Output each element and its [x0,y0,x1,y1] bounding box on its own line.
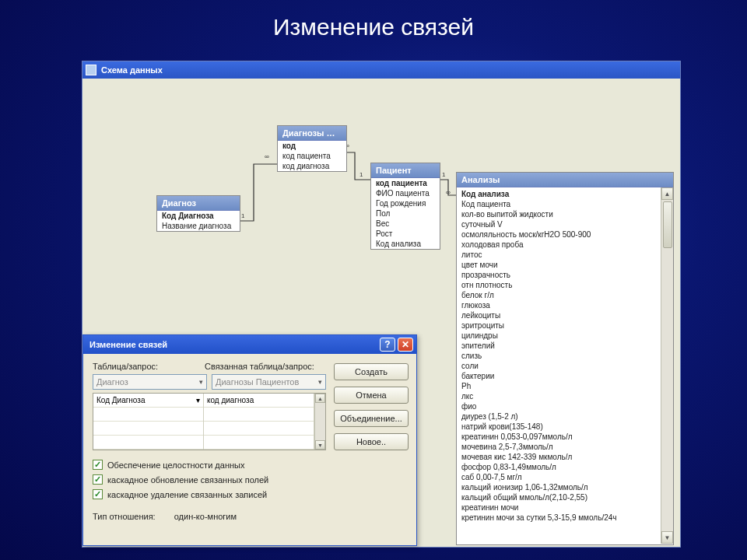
scroll-thumb[interactable] [663,201,672,248]
table-row[interactable]: Рост [371,229,440,239]
table-patient[interactable]: Пациент код пациента ФИО пациента Год ро… [370,163,440,250]
schema-titlebar[interactable]: Схема данных [82,61,680,79]
grid-cell-left[interactable]: Код Диагноза ▾ [93,394,203,408]
checkbox-cascade-delete[interactable]: ✓ [93,489,103,499]
table-row[interactable]: натрий крови(135-148) [457,422,661,432]
close-button[interactable]: ✕ [398,338,413,352]
table-diagnoz[interactable]: Диагноз Код Диагноза Название диагноза [156,195,240,232]
combo-table-value: Диагноз [96,377,128,387]
table-row[interactable]: Код пациента [457,199,661,209]
table-row[interactable]: фио [457,401,661,411]
card-inf: ∞ [265,153,269,160]
table-row[interactable]: саб 0,00-7,5 мг/л [457,472,661,482]
scroll-up-button[interactable]: ▲ [661,187,673,200]
table-row[interactable]: слизь [457,351,661,361]
table-row[interactable]: код [278,141,346,151]
table-row[interactable]: код диагноза [278,161,346,171]
table-row[interactable]: кретинин мочи за сутки 5,3-15,9 ммоль/24… [457,513,661,523]
table-row[interactable]: осмоляльность моск/кгH2O 500-900 [457,229,661,240]
combo-related-table[interactable]: Диагнозы Пациентов ▾ [212,374,326,390]
table-row[interactable]: лейкоциты [457,310,661,320]
table-analyzes[interactable]: Анализы Код анализаКод пациентакол-во вы… [456,172,674,545]
table-row[interactable]: Год рождения [371,198,440,208]
grid-cell[interactable] [93,422,203,436]
table-row[interactable]: диурез (1,5-2 л) [457,411,661,422]
grid-cell-right[interactable]: код диагноза [204,394,314,408]
card-1: 1 [241,212,244,219]
label-related-table: Связанная таблица/запрос: [205,362,314,371]
table-row[interactable]: цилиндры [457,331,661,341]
table-row[interactable]: Пол [371,208,440,219]
table-row[interactable]: ФИО пациента [371,188,440,198]
table-patient-title[interactable]: Пациент [371,163,440,178]
table-row[interactable]: фосфор 0,83-1,49ммоль/л [457,462,661,472]
join-button[interactable]: Объединение... [334,410,409,427]
combo-related-value: Диагнозы Пациентов [216,377,299,387]
table-row[interactable]: лкс [457,391,661,401]
scrollbar[interactable]: ▲ ▼ [661,187,673,544]
scroll-up-button[interactable]: ▲ [315,394,325,403]
table-row[interactable]: бактерии [457,371,661,381]
grid-scrollbar[interactable]: ▲ ▼ [314,394,325,450]
table-diagnozy-title[interactable]: Диагнозы … [278,126,346,141]
edit-relationships-dialog: Изменение связей ? ✕ Таблица/запрос: Свя… [82,334,417,546]
grid-cell[interactable] [93,436,203,450]
table-row[interactable]: суточный V [457,219,661,229]
slide-title: Изменение связей [0,0,747,47]
card-1-2: 1 [359,171,363,178]
table-analyzes-title[interactable]: Анализы [457,173,673,187]
grid-cell[interactable] [93,408,203,422]
grid-cell[interactable] [204,422,314,436]
table-row[interactable]: белок г/л [457,290,661,300]
card-1-3: 1 [442,171,445,178]
table-row[interactable]: Ph [457,381,661,391]
combo-table[interactable]: Диагноз ▾ [93,374,207,390]
checkbox-integrity[interactable]: ✓ [93,460,103,470]
table-row[interactable]: эритроциты [457,320,661,331]
field-mapping-grid[interactable]: Код Диагноза ▾ код диагноза ▲ [93,393,326,450]
check-label-integrity: Обеспечение целостности данных [107,460,244,470]
card-inf-3: ∞ [446,189,451,196]
label-table: Таблица/запрос: [93,362,198,371]
table-diagnoz-title[interactable]: Диагноз [157,196,240,211]
table-row[interactable]: прозрачность [457,270,661,280]
table-row[interactable]: кол-во выпитой жидкости [457,209,661,219]
table-row[interactable]: Код анализа [371,239,440,249]
dialog-titlebar[interactable]: Изменение связей ? ✕ [83,335,416,354]
table-row[interactable]: креатинин мочи [457,502,661,513]
table-row[interactable]: литос [457,250,661,260]
create-button[interactable]: Создать [334,363,409,380]
checkbox-cascade-update[interactable]: ✓ [93,474,103,485]
scroll-down-button[interactable]: ▼ [315,440,325,450]
table-row[interactable]: креатинин 0,053-0,097ммоль/л [457,432,661,442]
table-row[interactable]: Код Диагноза [157,211,240,221]
chevron-down-icon: ▾ [196,396,200,404]
grid-cell[interactable] [204,408,314,422]
table-row[interactable]: цвет мочи [457,260,661,270]
analyzes-field-list[interactable]: Код анализаКод пациентакол-во выпитой жи… [457,187,661,544]
grid-cell[interactable] [204,436,314,450]
new-button[interactable]: Новое.. [334,433,409,450]
table-row[interactable]: Код анализа [457,189,661,199]
table-row[interactable]: мочевина 2,5-7,3ммоль/л [457,442,661,452]
table-row[interactable]: глюкоза [457,300,661,310]
scroll-down-button[interactable]: ▼ [661,531,673,544]
dialog-title: Изменение связей [89,340,167,349]
reltype-value: один-ко-многим [174,512,237,521]
table-row[interactable]: кальций ионизир 1,06-1,32ммоль/л [457,482,661,492]
table-row[interactable]: код пациента [371,178,440,188]
table-row[interactable]: Название диагноза [157,221,240,231]
cancel-button[interactable]: Отмена [334,387,409,404]
table-row[interactable]: эпителий [457,341,661,351]
table-row[interactable]: мочевая кис 142-339 мкмоль/л [457,452,661,462]
table-diagnozy[interactable]: Диагнозы … код код пациента код диагноза [277,125,347,172]
table-row[interactable]: холодовая проба [457,240,661,250]
table-row[interactable]: Вес [371,219,440,229]
app-icon [86,65,96,75]
help-button[interactable]: ? [380,338,395,352]
table-row[interactable]: отн плотность [457,280,661,290]
grid-cell-text: Код Диагноза [96,396,145,404]
table-row[interactable]: соли [457,361,661,371]
table-row[interactable]: кальций общий ммоль/л(2,10-2,55) [457,492,661,502]
table-row[interactable]: код пациента [278,151,346,161]
